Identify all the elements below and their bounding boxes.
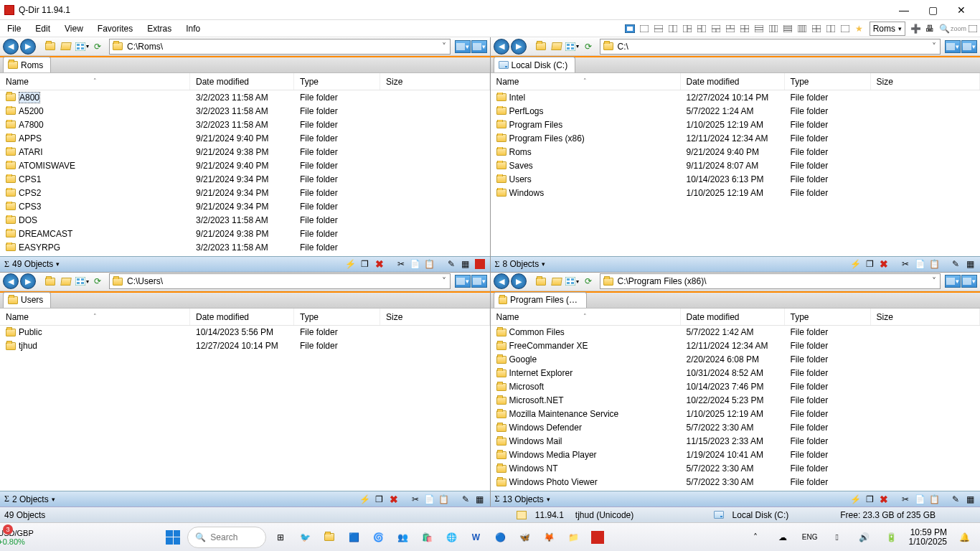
- address-dropdown-icon[interactable]: ˅: [928, 276, 940, 286]
- filter-icon[interactable]: ⚡: [849, 494, 861, 505]
- table-row[interactable]: Intel12/27/2024 10:14 PMFile folder: [491, 90, 981, 104]
- currency-widget[interactable]: USD/GBP +0.80%: [6, 527, 26, 547]
- view-preset-1[interactable]: ▾: [945, 40, 961, 53]
- menu-favorites[interactable]: Favorites: [90, 20, 140, 37]
- view-preset-2[interactable]: ▾: [471, 275, 487, 288]
- table-row[interactable]: CPS29/21/2024 9:34 PMFile folder: [0, 186, 490, 199]
- col-size[interactable]: Size: [380, 309, 490, 325]
- copy-icon[interactable]: 📄: [914, 494, 925, 505]
- table-row[interactable]: Windows Defender5/7/2022 3:30 AMFile fol…: [491, 421, 981, 435]
- address-input[interactable]: [616, 276, 929, 286]
- layout-2h-icon[interactable]: [653, 23, 664, 34]
- zoom-icon[interactable]: zoom: [953, 23, 964, 34]
- layout-1b-icon[interactable]: [839, 23, 851, 34]
- file-list[interactable]: Common Files5/7/2022 1:42 AMFile folderF…: [491, 326, 981, 491]
- table-row[interactable]: Users10/14/2023 6:13 PMFile folder: [491, 172, 981, 186]
- newwin-icon[interactable]: ❐: [374, 494, 385, 505]
- menu-info[interactable]: Info: [179, 20, 207, 37]
- forward-button[interactable]: ▶: [511, 273, 527, 289]
- newwin-icon[interactable]: ❐: [359, 258, 371, 270]
- tab[interactable]: Local Disk (C:): [494, 57, 576, 72]
- tray-notifications-icon[interactable]: 🔔: [954, 527, 974, 547]
- col-type[interactable]: Type: [785, 309, 871, 325]
- layout-4v-icon[interactable]: [796, 23, 808, 34]
- layout-3a-icon[interactable]: [682, 23, 693, 34]
- filter-icon[interactable]: ⚡: [345, 258, 357, 270]
- taskbar-app-1[interactable]: 🐦: [295, 527, 315, 547]
- layout-1-icon[interactable]: [639, 23, 650, 34]
- close-button[interactable]: ✕: [947, 1, 976, 19]
- favorite-star-icon[interactable]: ★: [854, 23, 865, 34]
- table-row[interactable]: CPS39/21/2024 9:34 PMFile folder: [0, 199, 490, 213]
- status-dropdown-icon[interactable]: ▾: [542, 260, 545, 268]
- col-date[interactable]: Date modified: [681, 309, 785, 325]
- table-row[interactable]: A8003/2/2023 11:58 AMFile folder: [0, 90, 490, 104]
- drive-combo[interactable]: Roms ▾: [870, 22, 905, 36]
- col-name[interactable]: ˄Name: [491, 73, 681, 90]
- back-button[interactable]: ◀: [494, 273, 509, 289]
- select-icon[interactable]: ▦: [964, 258, 976, 270]
- menu-view[interactable]: View: [57, 20, 90, 37]
- table-row[interactable]: Microsoft10/14/2023 7:46 PMFile folder: [491, 380, 981, 394]
- layout-3d-icon[interactable]: [725, 23, 736, 34]
- view-preset-1[interactable]: ▾: [455, 40, 471, 53]
- layout-save-icon[interactable]: [624, 23, 636, 34]
- table-row[interactable]: APPS9/21/2024 9:40 PMFile folder: [0, 131, 490, 145]
- newwin-icon[interactable]: ❐: [864, 258, 875, 270]
- copy-icon[interactable]: 📄: [424, 494, 435, 505]
- layout-4h-icon[interactable]: [782, 23, 793, 34]
- forward-button[interactable]: ▶: [20, 273, 36, 289]
- copy-icon[interactable]: 📄: [410, 258, 421, 270]
- cut-icon[interactable]: ✂: [900, 494, 911, 505]
- layout-4b-icon[interactable]: [811, 23, 822, 34]
- print-icon[interactable]: 🖶: [924, 23, 936, 34]
- forward-button[interactable]: ▶: [20, 39, 36, 55]
- file-list[interactable]: Public10/14/2023 5:56 PMFile foldertjhud…: [0, 326, 490, 491]
- views-icon[interactable]: ▾: [75, 39, 89, 54]
- tab[interactable]: Roms: [3, 57, 51, 72]
- table-row[interactable]: EASYRPG3/2/2023 11:58 AMFile folder: [0, 240, 490, 254]
- col-name[interactable]: ˄Name: [491, 309, 681, 325]
- view-preset-2[interactable]: ▾: [961, 275, 977, 288]
- up-folder-icon[interactable]: [59, 274, 73, 288]
- paste-icon[interactable]: 📋: [928, 494, 940, 505]
- table-row[interactable]: Public10/14/2023 5:56 PMFile folder: [0, 326, 490, 339]
- layout-3e-icon[interactable]: [825, 23, 837, 34]
- paste-icon[interactable]: 📋: [928, 258, 940, 270]
- taskbar-app-3[interactable]: 🔵: [490, 527, 510, 547]
- explore-icon[interactable]: [43, 39, 57, 54]
- cut-icon[interactable]: ✂: [410, 494, 421, 505]
- addtab-icon[interactable]: ➕: [910, 23, 921, 34]
- layout-4-icon[interactable]: [739, 23, 750, 34]
- tray-clock[interactable]: 10:59 PM 1/10/2025: [909, 528, 947, 547]
- edit-icon[interactable]: ✎: [460, 494, 471, 505]
- taskbar-explorer-icon[interactable]: [319, 527, 339, 547]
- tab[interactable]: Program Files (x8 ...: [494, 292, 587, 308]
- back-button[interactable]: ◀: [3, 39, 19, 55]
- table-row[interactable]: Windows Photo Viewer5/7/2022 3:30 AMFile…: [491, 476, 981, 489]
- maximize-button[interactable]: ▢: [918, 1, 947, 19]
- paste-icon[interactable]: 📋: [438, 494, 450, 505]
- taskbar-copilot-icon[interactable]: 🌀: [368, 527, 388, 547]
- col-type[interactable]: Type: [294, 309, 380, 325]
- up-folder-icon[interactable]: [550, 39, 564, 54]
- table-row[interactable]: DREAMCAST9/21/2024 9:38 PMFile folder: [0, 227, 490, 240]
- status-dropdown-icon[interactable]: ▾: [547, 496, 550, 503]
- address-dropdown-icon[interactable]: ˅: [928, 42, 940, 52]
- up-folder-icon[interactable]: [550, 274, 564, 288]
- edit-icon[interactable]: ✎: [950, 494, 961, 505]
- back-button[interactable]: ◀: [3, 273, 19, 289]
- view-preset-1[interactable]: ▾: [945, 275, 961, 288]
- table-row[interactable]: PerfLogs5/7/2022 1:24 AMFile folder: [491, 104, 981, 118]
- views-icon[interactable]: ▾: [565, 39, 580, 54]
- taskbar-app-2[interactable]: 🟦: [344, 527, 364, 547]
- table-row[interactable]: Roms9/21/2024 9:40 PMFile folder: [491, 145, 981, 159]
- address-input[interactable]: [126, 276, 438, 286]
- taskbar-app-4[interactable]: 🦋: [514, 527, 534, 547]
- layout-3h-icon[interactable]: [753, 23, 765, 34]
- address-bar[interactable]: ˅: [600, 39, 941, 55]
- refresh-icon[interactable]: ⟳: [90, 274, 105, 288]
- back-button[interactable]: ◀: [494, 39, 509, 55]
- taskbar-teams-icon[interactable]: 👥: [392, 527, 413, 547]
- tray-onedrive-icon[interactable]: ☁: [773, 527, 793, 547]
